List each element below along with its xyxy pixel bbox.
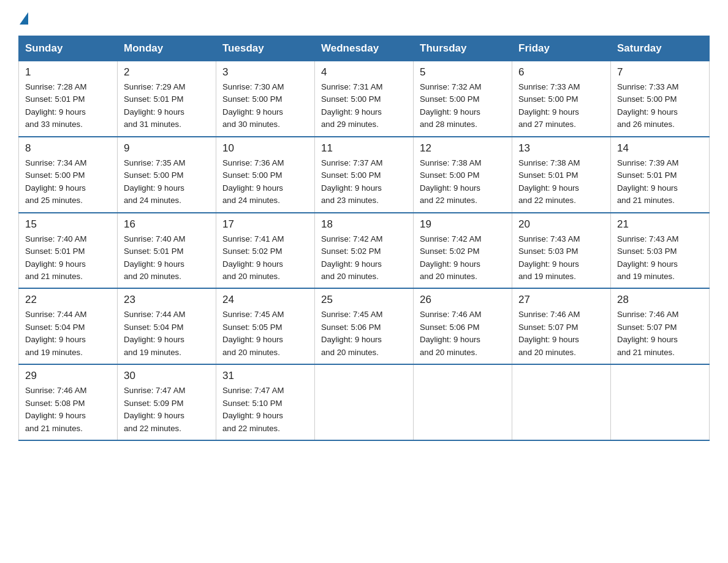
calendar-week-2: 8 Sunrise: 7:34 AMSunset: 5:00 PMDayligh… xyxy=(19,137,710,213)
day-info: Sunrise: 7:33 AMSunset: 5:00 PMDaylight:… xyxy=(617,81,703,131)
logo-triangle-icon xyxy=(20,12,28,25)
calendar-cell: 27 Sunrise: 7:46 AMSunset: 5:07 PMDaylig… xyxy=(512,288,611,364)
day-info: Sunrise: 7:45 AMSunset: 5:06 PMDaylight:… xyxy=(321,308,407,359)
calendar-cell xyxy=(512,364,611,440)
day-info: Sunrise: 7:36 AMSunset: 5:00 PMDaylight:… xyxy=(222,157,308,207)
day-number: 24 xyxy=(222,294,308,306)
day-info: Sunrise: 7:29 AMSunset: 5:01 PMDaylight:… xyxy=(124,81,210,131)
day-info: Sunrise: 7:46 AMSunset: 5:07 PMDaylight:… xyxy=(518,308,604,359)
calendar-cell: 8 Sunrise: 7:34 AMSunset: 5:00 PMDayligh… xyxy=(19,137,118,213)
day-number: 25 xyxy=(321,294,407,306)
day-info: Sunrise: 7:34 AMSunset: 5:00 PMDaylight:… xyxy=(25,157,111,207)
header-wednesday: Wednesday xyxy=(315,36,414,61)
calendar-cell: 6 Sunrise: 7:33 AMSunset: 5:00 PMDayligh… xyxy=(512,61,611,137)
calendar-week-3: 15 Sunrise: 7:40 AMSunset: 5:01 PMDaylig… xyxy=(19,213,710,289)
day-number: 12 xyxy=(420,142,506,155)
calendar-cell: 4 Sunrise: 7:31 AMSunset: 5:00 PMDayligh… xyxy=(315,61,414,137)
day-number: 21 xyxy=(617,218,703,231)
day-number: 26 xyxy=(420,294,506,306)
day-number: 29 xyxy=(25,370,111,382)
calendar-cell: 7 Sunrise: 7:33 AMSunset: 5:00 PMDayligh… xyxy=(611,61,710,137)
day-number: 15 xyxy=(25,218,111,231)
day-info: Sunrise: 7:44 AMSunset: 5:04 PMDaylight:… xyxy=(124,308,210,359)
day-number: 18 xyxy=(321,218,407,231)
day-info: Sunrise: 7:31 AMSunset: 5:00 PMDaylight:… xyxy=(321,81,407,131)
day-info: Sunrise: 7:37 AMSunset: 5:00 PMDaylight:… xyxy=(321,157,407,207)
day-info: Sunrise: 7:38 AMSunset: 5:00 PMDaylight:… xyxy=(420,157,506,207)
calendar-cell xyxy=(611,364,710,440)
day-number: 6 xyxy=(518,66,604,79)
calendar-cell: 15 Sunrise: 7:40 AMSunset: 5:01 PMDaylig… xyxy=(19,213,118,289)
calendar-cell: 29 Sunrise: 7:46 AMSunset: 5:08 PMDaylig… xyxy=(19,364,118,440)
day-info: Sunrise: 7:46 AMSunset: 5:07 PMDaylight:… xyxy=(617,308,703,359)
page-header xyxy=(18,12,710,25)
calendar-cell: 24 Sunrise: 7:45 AMSunset: 5:05 PMDaylig… xyxy=(216,288,315,364)
calendar-cell: 1 Sunrise: 7:28 AMSunset: 5:01 PMDayligh… xyxy=(19,61,118,137)
calendar-cell: 10 Sunrise: 7:36 AMSunset: 5:00 PMDaylig… xyxy=(216,137,315,213)
calendar-cell: 31 Sunrise: 7:47 AMSunset: 5:10 PMDaylig… xyxy=(216,364,315,440)
day-info: Sunrise: 7:44 AMSunset: 5:04 PMDaylight:… xyxy=(25,308,111,359)
logo xyxy=(18,12,29,25)
day-number: 28 xyxy=(617,294,703,306)
header-monday: Monday xyxy=(118,36,216,61)
day-number: 13 xyxy=(518,142,604,155)
day-number: 20 xyxy=(518,218,604,231)
day-number: 10 xyxy=(222,142,308,155)
day-number: 4 xyxy=(321,66,407,79)
calendar-cell: 28 Sunrise: 7:46 AMSunset: 5:07 PMDaylig… xyxy=(611,288,710,364)
header-thursday: Thursday xyxy=(414,36,512,61)
day-number: 30 xyxy=(124,370,210,382)
calendar-header-row: SundayMondayTuesdayWednesdayThursdayFrid… xyxy=(19,36,710,61)
day-info: Sunrise: 7:33 AMSunset: 5:00 PMDaylight:… xyxy=(518,81,604,131)
calendar-cell: 20 Sunrise: 7:43 AMSunset: 5:03 PMDaylig… xyxy=(512,213,611,289)
header-friday: Friday xyxy=(512,36,611,61)
day-info: Sunrise: 7:45 AMSunset: 5:05 PMDaylight:… xyxy=(222,308,308,359)
day-number: 11 xyxy=(321,142,407,155)
header-sunday: Sunday xyxy=(19,36,118,61)
calendar-cell: 2 Sunrise: 7:29 AMSunset: 5:01 PMDayligh… xyxy=(118,61,216,137)
calendar-cell: 18 Sunrise: 7:42 AMSunset: 5:02 PMDaylig… xyxy=(315,213,414,289)
day-number: 14 xyxy=(617,142,703,155)
day-number: 17 xyxy=(222,218,308,231)
day-info: Sunrise: 7:32 AMSunset: 5:00 PMDaylight:… xyxy=(420,81,506,131)
calendar-week-4: 22 Sunrise: 7:44 AMSunset: 5:04 PMDaylig… xyxy=(19,288,710,364)
calendar-cell: 11 Sunrise: 7:37 AMSunset: 5:00 PMDaylig… xyxy=(315,137,414,213)
calendar-cell: 17 Sunrise: 7:41 AMSunset: 5:02 PMDaylig… xyxy=(216,213,315,289)
day-number: 5 xyxy=(420,66,506,79)
calendar-cell: 22 Sunrise: 7:44 AMSunset: 5:04 PMDaylig… xyxy=(19,288,118,364)
calendar-cell: 3 Sunrise: 7:30 AMSunset: 5:00 PMDayligh… xyxy=(216,61,315,137)
calendar-cell xyxy=(414,364,512,440)
day-info: Sunrise: 7:40 AMSunset: 5:01 PMDaylight:… xyxy=(25,233,111,283)
calendar-cell: 23 Sunrise: 7:44 AMSunset: 5:04 PMDaylig… xyxy=(118,288,216,364)
calendar-cell: 14 Sunrise: 7:39 AMSunset: 5:01 PMDaylig… xyxy=(611,137,710,213)
day-info: Sunrise: 7:46 AMSunset: 5:08 PMDaylight:… xyxy=(25,385,111,435)
day-number: 31 xyxy=(222,370,308,382)
day-number: 1 xyxy=(25,66,111,79)
calendar-cell: 12 Sunrise: 7:38 AMSunset: 5:00 PMDaylig… xyxy=(414,137,512,213)
day-info: Sunrise: 7:42 AMSunset: 5:02 PMDaylight:… xyxy=(321,233,407,283)
calendar-cell: 26 Sunrise: 7:46 AMSunset: 5:06 PMDaylig… xyxy=(414,288,512,364)
day-number: 8 xyxy=(25,142,111,155)
day-info: Sunrise: 7:28 AMSunset: 5:01 PMDaylight:… xyxy=(25,81,111,131)
day-number: 16 xyxy=(124,218,210,231)
day-info: Sunrise: 7:40 AMSunset: 5:01 PMDaylight:… xyxy=(124,233,210,283)
day-info: Sunrise: 7:47 AMSunset: 5:09 PMDaylight:… xyxy=(124,385,210,435)
day-info: Sunrise: 7:38 AMSunset: 5:01 PMDaylight:… xyxy=(518,157,604,207)
day-number: 27 xyxy=(518,294,604,306)
calendar-cell: 13 Sunrise: 7:38 AMSunset: 5:01 PMDaylig… xyxy=(512,137,611,213)
day-info: Sunrise: 7:43 AMSunset: 5:03 PMDaylight:… xyxy=(617,233,703,283)
day-info: Sunrise: 7:42 AMSunset: 5:02 PMDaylight:… xyxy=(420,233,506,283)
calendar-cell xyxy=(315,364,414,440)
calendar-cell: 9 Sunrise: 7:35 AMSunset: 5:00 PMDayligh… xyxy=(118,137,216,213)
header-tuesday: Tuesday xyxy=(216,36,315,61)
calendar-cell: 30 Sunrise: 7:47 AMSunset: 5:09 PMDaylig… xyxy=(118,364,216,440)
day-number: 3 xyxy=(222,66,308,79)
day-number: 7 xyxy=(617,66,703,79)
day-number: 2 xyxy=(124,66,210,79)
day-number: 9 xyxy=(124,142,210,155)
day-number: 19 xyxy=(420,218,506,231)
calendar-week-1: 1 Sunrise: 7:28 AMSunset: 5:01 PMDayligh… xyxy=(19,61,710,137)
header-saturday: Saturday xyxy=(611,36,710,61)
calendar-cell: 5 Sunrise: 7:32 AMSunset: 5:00 PMDayligh… xyxy=(414,61,512,137)
calendar-cell: 19 Sunrise: 7:42 AMSunset: 5:02 PMDaylig… xyxy=(414,213,512,289)
